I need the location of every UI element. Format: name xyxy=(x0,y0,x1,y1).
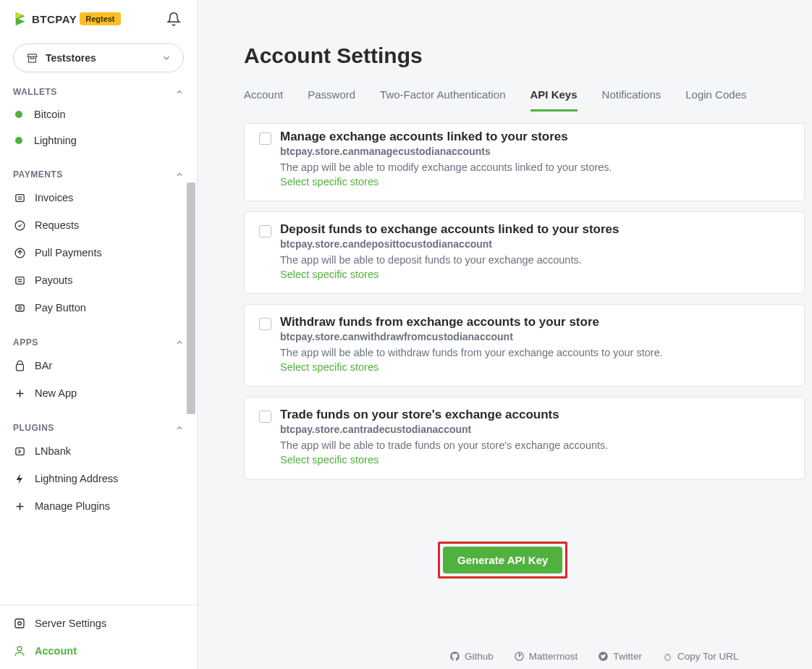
generate-button-highlight: Generate API Key xyxy=(438,542,567,578)
sidebar-item-account[interactable]: Account xyxy=(0,637,197,665)
permission-checkbox[interactable] xyxy=(259,225,271,237)
sidebar-item-label: Account xyxy=(35,645,77,657)
section-wallets-header[interactable]: WALLETS xyxy=(0,78,197,101)
svg-rect-17 xyxy=(15,619,24,628)
sidebar-item-requests[interactable]: Requests xyxy=(0,211,197,239)
chevron-up-icon xyxy=(175,88,184,96)
sidebar-item-label: Invoices xyxy=(35,192,73,203)
app-icon xyxy=(13,359,26,372)
permission-key: btcpay.store.cantradecustodianaccount xyxy=(280,424,790,435)
sidebar-item-lnbank[interactable]: LNbank xyxy=(0,437,197,465)
page-title: Account Settings xyxy=(198,0,812,75)
status-dot-icon xyxy=(15,111,22,118)
sidebar-item-manage-plugins[interactable]: Manage Plugins xyxy=(0,492,197,520)
footer: Github Mattermost Twitter Copy Tor URL xyxy=(449,651,739,662)
tab-api-keys[interactable]: API Keys xyxy=(530,88,578,112)
svg-rect-9 xyxy=(15,305,23,311)
select-stores-link[interactable]: Select specific stores xyxy=(280,269,790,280)
permission-title: Manage exchange accounts linked to your … xyxy=(280,130,790,144)
store-icon xyxy=(25,51,38,64)
sidebar-item-label: LNbank xyxy=(35,445,71,457)
notifications-bell-button[interactable] xyxy=(164,9,184,29)
network-badge: Regtest xyxy=(80,12,120,25)
requests-icon xyxy=(13,219,26,232)
select-stores-link[interactable]: Select specific stores xyxy=(280,454,790,466)
settings-icon xyxy=(13,617,26,630)
tab-notifications[interactable]: Notifications xyxy=(602,88,661,112)
sidebar-item-label: BAr xyxy=(35,360,52,371)
permission-checkbox[interactable] xyxy=(259,411,271,423)
chevron-down-icon xyxy=(161,53,172,63)
section-plugins-header[interactable]: PLUGINS xyxy=(0,407,197,437)
section-payments-header[interactable]: PAYMENTS xyxy=(0,153,197,184)
plus-icon xyxy=(13,500,26,513)
bell-icon xyxy=(166,12,181,26)
sidebar-bottom: Server Settings Account xyxy=(0,605,197,669)
status-dot-icon xyxy=(15,137,22,144)
footer-copy-tor-link[interactable]: Copy Tor URL xyxy=(662,651,739,662)
generate-api-key-button[interactable]: Generate API Key xyxy=(443,547,562,573)
btcpay-logo-icon xyxy=(13,11,29,27)
tab-password[interactable]: Password xyxy=(308,88,355,112)
permission-key: btcpay.store.canwithdrawfromcustodianacc… xyxy=(280,331,790,342)
section-payments-label: PAYMENTS xyxy=(13,169,63,180)
permission-title: Withdraw funds from exchange accounts to… xyxy=(280,315,790,329)
sidebar-header: BTCPAY Regtest xyxy=(0,0,197,38)
sidebar-item-pay-button[interactable]: Pay Button xyxy=(0,294,197,321)
tab-account[interactable]: Account xyxy=(244,88,283,112)
permission-title: Trade funds on your store's exchange acc… xyxy=(280,408,790,422)
plus-icon xyxy=(13,387,26,400)
section-apps-label: APPS xyxy=(13,337,38,348)
store-selector[interactable]: Teststores xyxy=(13,43,184,72)
sidebar-item-server-settings[interactable]: Server Settings xyxy=(0,610,197,637)
brand[interactable]: BTCPAY Regtest xyxy=(13,11,121,27)
permission-title: Deposit funds to exchange accounts linke… xyxy=(280,222,790,237)
sidebar-item-label: Requests xyxy=(35,219,79,231)
sidebar-item-payouts[interactable]: Payouts xyxy=(0,266,197,294)
svg-point-18 xyxy=(18,622,22,626)
sidebar-item-label: Lightning xyxy=(34,135,77,146)
sidebar-item-bitcoin[interactable]: Bitcoin xyxy=(0,101,197,127)
footer-link-label: Mattermost xyxy=(529,651,578,662)
tabs: Account Password Two-Factor Authenticati… xyxy=(198,75,812,112)
payouts-icon xyxy=(13,274,26,287)
svg-point-10 xyxy=(18,306,21,309)
chevron-up-icon xyxy=(175,424,184,432)
svg-point-19 xyxy=(17,647,22,651)
footer-link-label: Copy Tor URL xyxy=(677,651,739,662)
select-stores-link[interactable]: Select specific stores xyxy=(280,176,790,188)
invoices-icon xyxy=(13,191,26,204)
twitter-icon xyxy=(598,651,609,662)
permission-description: The app will be able to withdraw funds f… xyxy=(280,347,790,358)
store-name: Teststores xyxy=(46,52,96,64)
footer-link-label: Twitter xyxy=(613,651,642,662)
account-icon xyxy=(13,644,26,657)
sidebar-item-lightning-address[interactable]: Lightning Address xyxy=(0,465,197,492)
permission-card: Manage exchange accounts linked to your … xyxy=(244,123,805,201)
sidebar-item-label: Lightning Address xyxy=(35,473,118,484)
footer-twitter-link[interactable]: Twitter xyxy=(598,651,642,662)
footer-github-link[interactable]: Github xyxy=(449,651,494,662)
tab-two-factor[interactable]: Two-Factor Authentication xyxy=(380,88,505,112)
footer-mattermost-link[interactable]: Mattermost xyxy=(514,651,578,662)
sidebar-item-new-app[interactable]: New App xyxy=(0,379,197,407)
svg-rect-6 xyxy=(15,277,23,284)
permission-checkbox[interactable] xyxy=(259,318,271,330)
select-stores-link[interactable]: Select specific stores xyxy=(280,361,790,373)
sidebar-scrollbar[interactable] xyxy=(187,182,195,414)
sidebar-item-lightning[interactable]: Lightning xyxy=(0,127,197,153)
tab-login-codes[interactable]: Login Codes xyxy=(685,88,746,112)
permission-card: Trade funds on your store's exchange acc… xyxy=(244,397,805,479)
sidebar-item-label: Payouts xyxy=(35,274,72,286)
section-apps-header[interactable]: APPS xyxy=(0,321,197,352)
sidebar-scroll: WALLETS Bitcoin Lightning PAYMENTS Invoi… xyxy=(0,78,197,605)
permission-checkbox[interactable] xyxy=(259,132,271,145)
svg-rect-11 xyxy=(16,364,23,371)
chevron-up-icon xyxy=(175,338,184,347)
sidebar-item-label: Pull Payments xyxy=(35,247,102,258)
permission-key: btcpay.store.canmanagecustodianaccounts xyxy=(280,146,790,157)
sidebar-item-bar[interactable]: BAr xyxy=(0,352,197,379)
sidebar-item-invoices[interactable]: Invoices xyxy=(0,184,197,211)
sidebar-item-pull-payments[interactable]: Pull Payments xyxy=(0,239,197,266)
section-wallets-label: WALLETS xyxy=(13,87,57,97)
